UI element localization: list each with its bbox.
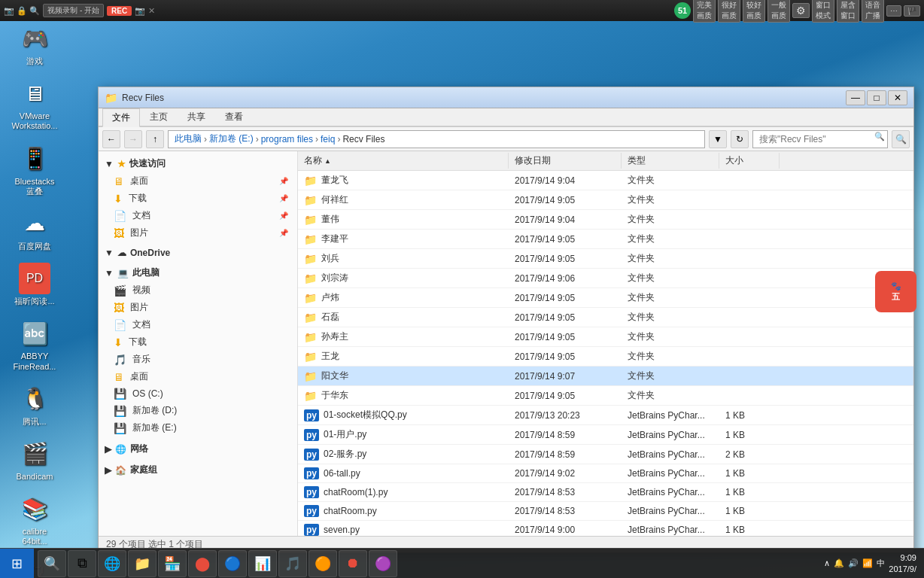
tab-home[interactable]: 主页 <box>140 108 178 126</box>
desktop-icon-tencent[interactable]: 🐧 腾讯... <box>8 383 62 427</box>
table-row[interactable]: 📁刘宗涛 2017/9/14 9:06 文件夹 <box>298 269 913 288</box>
taskbar-music-button[interactable]: 🎵 <box>278 550 307 577</box>
table-row[interactable]: 📁孙寿主 2017/9/14 9:05 文件夹 <box>298 327 913 347</box>
quality-good[interactable]: 很好画质 <box>718 0 740 23</box>
table-row[interactable]: 📁阳文华 2017/9/14 9:07 文件夹 <box>298 367 913 386</box>
refresh-button[interactable]: ↻ <box>731 130 749 148</box>
table-row[interactable]: py02-服务.py 2017/9/14 8:59 JetBrains PyCh… <box>298 445 913 464</box>
maximize-button[interactable]: □ <box>867 90 886 105</box>
desktop-icon-bluestacks[interactable]: 📱 Bluestacks蓝叠 <box>8 143 62 196</box>
taskbar-app2-button[interactable]: 🟣 <box>369 550 397 577</box>
table-row[interactable]: pychatRoom.py 2017/9/14 8:53 JetBrains P… <box>298 502 913 521</box>
volume-icon[interactable]: 🔊 <box>848 558 859 568</box>
breadcrumb-drive[interactable]: 新加卷 (E:) <box>209 132 254 145</box>
more-top-btn[interactable]: ⋯ <box>886 5 901 17</box>
up-button[interactable]: ↑ <box>146 130 164 148</box>
close-button[interactable]: ✕ <box>888 90 907 105</box>
table-row[interactable]: 📁卢炜 2017/9/14 9:05 文件夹 <box>298 288 913 308</box>
homegroup-header[interactable]: ▶ 🏠 家庭组 <box>99 461 297 479</box>
col-header-type[interactable]: 类型 <box>622 153 719 169</box>
dropdown-button[interactable]: ▼ <box>709 130 727 148</box>
back-button[interactable]: ← <box>102 130 120 148</box>
sidebar-item-desktop-quick[interactable]: 🖥 桌面 📌 <box>99 172 297 190</box>
this-pc-header[interactable]: ▼ 💻 此电脑 <box>99 264 297 281</box>
table-row[interactable]: py01-socket模拟QQ.py 2017/9/13 20:23 JetBr… <box>298 406 913 425</box>
sidebar-item-desktop[interactable]: 🖥 桌面 <box>99 368 297 385</box>
table-row[interactable]: py01-用户.py 2017/9/14 8:59 JetBrains PyCh… <box>298 425 913 445</box>
sidebar-item-music[interactable]: 🎵 音乐 <box>99 351 297 368</box>
taskbar-search-button[interactable]: 🔍 <box>38 550 66 577</box>
sidebar-item-documents[interactable]: 📄 文档 <box>99 316 297 333</box>
ime-label[interactable]: 中 <box>877 558 885 569</box>
sidebar-item-pictures[interactable]: 🖼 图片 <box>99 299 297 316</box>
table-row[interactable]: pychatRoom(1).py 2017/9/14 8:53 JetBrain… <box>298 483 913 502</box>
taskbar-app1-button[interactable]: 🟠 <box>309 550 337 577</box>
sidebar-item-e-drive[interactable]: 💾 新加卷 (E:) <box>99 419 297 437</box>
sidebar-item-downloads[interactable]: ⬇ 下载 <box>99 333 297 351</box>
table-row[interactable]: 📁刘兵 2017/9/14 9:05 文件夹 <box>298 249 913 269</box>
taskbar-taskview-button[interactable]: ⧉ <box>68 550 96 577</box>
taskbar-explorer-button[interactable]: 📁 <box>128 550 157 577</box>
sidebar-item-d-drive[interactable]: 💾 新加卷 (D:) <box>99 402 297 419</box>
quick-access-header[interactable]: ▼ ★ 快速访问 <box>99 155 297 172</box>
onedrive-header[interactable]: ▼ ☁ OneDrive <box>99 245 297 260</box>
taskbar-chrome-button[interactable]: ⬤ <box>188 550 217 577</box>
table-row[interactable]: 📁何祥红 2017/9/14 9:05 文件夹 <box>298 190 913 210</box>
table-row[interactable]: 📁于华东 2017/9/14 9:05 文件夹 <box>298 386 913 406</box>
table-row[interactable]: 📁董龙飞 2017/9/14 9:04 文件夹 <box>298 171 913 190</box>
flag-btn[interactable]: 🏴 <box>904 5 920 17</box>
table-row[interactable]: 📁董伟 2017/9/14 9:04 文件夹 <box>298 210 913 230</box>
taskbar-store-button[interactable]: 🏪 <box>158 550 187 577</box>
sidebar-item-docs-quick[interactable]: 📄 文档 📌 <box>99 207 297 224</box>
desktop-icon-abbyy[interactable]: 🔤 ABBYYFineRead... <box>8 318 62 371</box>
minimize-button[interactable]: — <box>846 90 865 105</box>
search-button[interactable]: 🔍 <box>892 130 910 148</box>
desktop-icon-baidu[interactable]: ☁ 百度网盘 <box>8 208 62 251</box>
start-button[interactable]: ⊞ <box>0 549 34 579</box>
sidebar-item-pics-quick[interactable]: 🖼 图片 📌 <box>99 224 297 242</box>
table-row[interactable]: pyseven.py 2017/9/14 9:00 JetBrains PyCh… <box>298 521 913 536</box>
taskbar-browser-button[interactable]: 🔵 <box>218 550 247 577</box>
search-input[interactable] <box>752 130 888 148</box>
table-row[interactable]: 📁石磊 2017/9/14 9:05 文件夹 <box>298 308 913 327</box>
sidebar-item-video[interactable]: 🎬 视频 <box>99 281 297 299</box>
desktop-icon-calibre[interactable]: 📚 calibre64bit... <box>8 493 62 546</box>
taskbar-edge-button[interactable]: 🌐 <box>98 550 126 577</box>
forward-button[interactable]: → <box>124 130 142 148</box>
window-mode[interactable]: 窗口模式 <box>812 0 834 23</box>
clock[interactable]: 9:09 2017/9/ <box>889 552 916 574</box>
tab-share[interactable]: 共享 <box>178 108 215 126</box>
desktop-icon-vmware[interactable]: 🖥 VMwareWorkstatio... <box>8 78 62 131</box>
tab-view[interactable]: 查看 <box>215 108 253 126</box>
close-top[interactable]: ✕ <box>148 6 155 16</box>
desktop-icon-games[interactable]: 🎮 游戏 <box>8 23 62 66</box>
overlay-mode[interactable]: 屋含窗口 <box>837 0 859 23</box>
network-icon[interactable]: 📶 <box>862 558 873 568</box>
quality-perfect[interactable]: 完美画质 <box>693 0 716 23</box>
table-row[interactable]: 📁王龙 2017/9/14 9:05 文件夹 <box>298 347 913 367</box>
sidebar-item-c-drive[interactable]: 💾 OS (C:) <box>99 385 297 402</box>
table-row[interactable]: py06-tall.py 2017/9/14 9:02 JetBrains Py… <box>298 464 913 483</box>
breadcrumb-programfiles[interactable]: program files <box>261 134 313 144</box>
desktop-icon-adobe[interactable]: PD 福昕阅读... <box>8 263 62 306</box>
tab-file[interactable]: 文件 <box>102 108 140 127</box>
recording-title[interactable]: 视频录制 - 开始 <box>43 4 104 17</box>
col-header-date[interactable]: 修改日期 <box>509 153 622 169</box>
cat-mascot[interactable]: 🐾 五 <box>875 271 916 312</box>
taskbar-ppt-button[interactable]: 📊 <box>248 550 277 577</box>
settings-icon[interactable]: ⚙ <box>792 3 810 18</box>
network-header[interactable]: ▶ 🌐 网络 <box>99 440 297 458</box>
quality-ok[interactable]: 较好画质 <box>743 0 765 23</box>
desktop-icon-bandicam[interactable]: 🎬 Bandicam <box>8 438 62 482</box>
sidebar-item-download-quick[interactable]: ⬇ 下载 📌 <box>99 190 297 207</box>
table-row[interactable]: 📁李建平 2017/9/14 9:05 文件夹 <box>298 230 913 249</box>
address-path[interactable]: 此电脑 › 新加卷 (E:) › program files › feiq › … <box>168 130 705 148</box>
col-header-name[interactable]: 名称 ▲ <box>298 153 509 169</box>
taskbar-record-button[interactable]: ⏺ <box>339 550 367 577</box>
col-header-size[interactable]: 大小 <box>719 153 780 169</box>
breadcrumb-feiq[interactable]: feiq <box>321 134 335 144</box>
quality-normal[interactable]: 一般画质 <box>767 0 790 23</box>
breadcrumb-pc[interactable]: 此电脑 <box>175 132 202 145</box>
voice-broadcast[interactable]: 语音广播 <box>862 0 884 23</box>
systray-arrow[interactable]: ∧ <box>824 558 830 568</box>
